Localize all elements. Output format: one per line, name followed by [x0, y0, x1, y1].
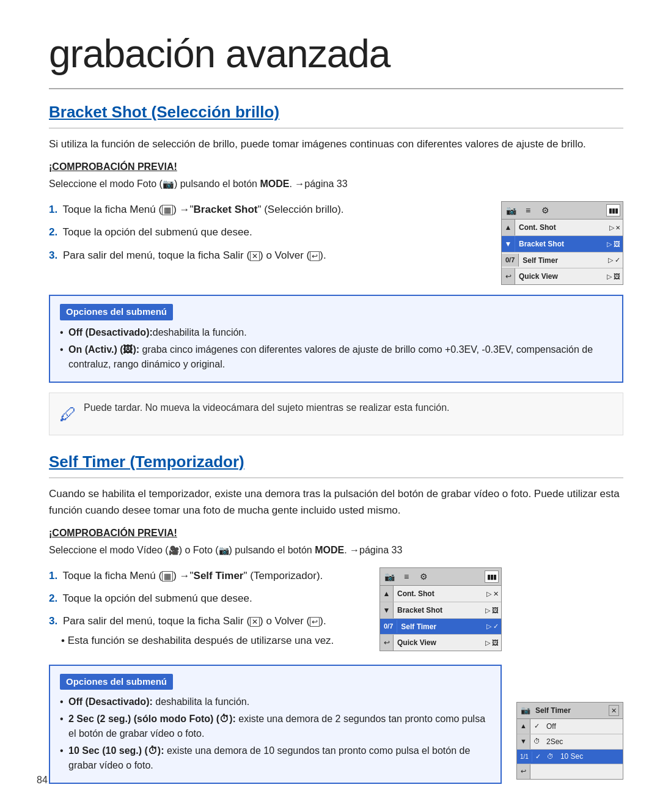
step1-num: 1. [49, 204, 57, 215]
cam-menu3-label-off: Off [543, 721, 623, 732]
cam-menu1-icon-bracket: ▷ 🖼 [601, 239, 623, 249]
step3-num: 3. [49, 249, 57, 261]
cam-menu2-label-quickview: Quick View [394, 637, 479, 648]
cam-menu2-icon-quickview: ▷ 🖼 [479, 638, 501, 648]
cam-menu1-label-contshot: Cont. Shot [515, 222, 601, 233]
section1-steps-and-image: 1. Toque la ficha Menú (▦) →"Bracket Sho… [49, 201, 623, 285]
section2-step1: 1. Toque la ficha Menú (▦) →"Self Timer"… [49, 567, 365, 584]
section2-heading: Self Timer (Temporizador) [49, 450, 623, 478]
cam-menu2-back: ↩ [380, 635, 394, 651]
cam-menu1-label-selftimer: Self Timer [519, 255, 601, 266]
page-number: 84 [37, 773, 48, 788]
cam-menu3-page: 1/1 [517, 751, 532, 762]
cam-menu1-icon-gear: ⚙ [538, 204, 552, 217]
section1-option2: On (Activ.) (🖼): graba cinco imágenes co… [60, 342, 612, 372]
cam-menu3-close: ✕ [609, 705, 619, 717]
section1-camera-menu: 📷 ≡ ⚙ ▮▮▮ ▲ Cont. Shot ▷ ✕ ▼ Bracket Sho… [501, 201, 623, 285]
section1-steps: 1. Toque la ficha Menú (▦) →"Bracket Sho… [49, 201, 486, 285]
section1-options-box: Opciones del submenú Off (Desactivado):d… [49, 295, 623, 383]
section2-option2: 2 Sec (2 seg.) (sólo modo Foto) (⏱): exi… [60, 712, 491, 741]
cam-menu2-page: 0/7 [380, 620, 397, 633]
cam-menu3-label: Self Timer [535, 705, 571, 716]
section1-heading: Bracket Shot (Selección brillo) [49, 100, 623, 128]
section1-option1: Off (Desactivado):deshabilita la función… [60, 325, 612, 340]
cam-menu2-arrow-down: ▼ [380, 602, 394, 618]
cam-menu3-label-2sec: 2Sec [543, 736, 623, 747]
section1-description: Si utiliza la función de selección de br… [49, 136, 623, 152]
cam-menu3-icon-check2: ✓ [532, 751, 544, 762]
section2-options-title: Opciones del submenú [60, 674, 173, 690]
section2-step2: 2. Toque la opción del submenú que desee… [49, 590, 365, 607]
section2-step3: 3. Para salir del menú, toque la ficha S… [49, 613, 365, 648]
cam-menu2-icon-list: ≡ [400, 570, 413, 583]
cam-menu2-icon-bracket: ▷ 🖼 [479, 605, 501, 616]
cam-menu1-icon-selftimer: ▷ ✓ [601, 255, 623, 265]
s2-step2-num: 2. [49, 592, 57, 604]
cam-menu1-top: 📷 ≡ ⚙ ▮▮▮ [502, 202, 623, 220]
section2-comprobacion-text: Seleccione el modo Vídeo (🎥) o Foto (📷) … [49, 543, 623, 558]
cam-menu3-back-icon: ↩ [517, 764, 530, 779]
cam-menu1-row-quickview: ↩ Quick View ▷ 🖼 [502, 268, 623, 284]
cam-menu3-top: 📷 Self Timer ✕ [517, 703, 623, 719]
cam-menu1-label-bracketshot: Bracket Shot [515, 238, 601, 249]
cam-menu1-icon-camera: 📷 [504, 204, 518, 217]
cam-menu3-arrow-down: ▼ [517, 734, 530, 749]
cam-menu1-page: 0/7 [502, 254, 519, 267]
cam-menu2-icon-contshot: ▷ ✕ [479, 589, 501, 599]
cam-menu2-label-selftimer: Self Timer [397, 621, 479, 632]
cam-menu2-battery: ▮▮▮ [485, 570, 499, 583]
cam-menu1-back: ↩ [502, 268, 515, 284]
section2-options-box: Opciones del submenú Off (Desactivado): … [49, 665, 502, 784]
cam-menu1-row-up: ▲ Cont. Shot ▷ ✕ [502, 220, 623, 236]
cam-menu3-icon-check1: ✓ [530, 721, 543, 731]
cam-menu1-arrow-up: ▲ [502, 220, 515, 235]
cam-menu1-icon-quickview: ▷ 🖼 [601, 271, 623, 282]
section1-step1: 1. Toque la ficha Menú (▦) →"Bracket Sho… [49, 201, 486, 218]
section2-steps-row: 1. Toque la ficha Menú (▦) →"Self Timer"… [49, 567, 502, 655]
cam-menu1-label-quickview: Quick View [515, 271, 601, 282]
note-text: Puede tardar. No mueva la videocámara de… [84, 400, 450, 415]
page-title: grabación avanzada [49, 24, 623, 89]
cam-menu1-arrow-down: ▼ [502, 236, 515, 252]
section2-option3: 10 Sec (10 seg.) (⏱): existe una demora … [60, 744, 491, 773]
cam-menu3-row-up: ▲ ✓ Off [517, 719, 623, 734]
cam-menu2-row-contshot: ▲ Cont. Shot ▷ ✕ [380, 586, 501, 602]
cam-menu1-row-bracket: ▼ Bracket Shot ▷ 🖼 [502, 236, 623, 253]
section1-comprobacion-text: Seleccione el modo Foto (📷) pulsando el … [49, 177, 623, 191]
cam-menu1-row-selftimer: 0/7 Self Timer ▷ ✓ [502, 253, 623, 268]
section2-comprobacion-label: ¡COMPROBACIÓN PREVIA! [49, 526, 623, 541]
cam-menu2-label-bracket: Bracket Shot [394, 605, 479, 616]
cam-menu3-icon-timer1: ⏱ [530, 736, 543, 747]
cam-menu2-label-contshot: Cont. Shot [394, 588, 479, 599]
cam-menu3-row-10sec: 1/1 ✓ ⏱ 10 Sec [517, 750, 623, 764]
cam-menu2-arrow-up: ▲ [380, 586, 394, 602]
cam-menu2-row-quickview: ↩ Quick View ▷ 🖼 [380, 635, 501, 651]
s2-step1-num: 1. [49, 570, 57, 581]
section1-comprobacion-label: ¡COMPROBACIÓN PREVIA! [49, 160, 623, 174]
section1-options-title: Opciones del submenú [60, 304, 173, 320]
section-self-timer: Self Timer (Temporizador) Cuando se habi… [49, 450, 623, 794]
section2-description: Cuando se habilita el temporizador, exis… [49, 485, 623, 519]
cam-menu3-arrow-up: ▲ [517, 719, 530, 734]
cam-menu1-icon-list: ≡ [521, 204, 535, 217]
section1-note: 🖊 Puede tardar. No mueva la videocámara … [49, 393, 623, 435]
section2-camera-menu: 📷 ≡ ⚙ ▮▮▮ ▲ Cont. Shot ▷ ✕ ▼ Bracket Sho… [380, 567, 502, 651]
cam-menu3-icon-timer2: ⏱ [544, 751, 557, 762]
section2-steps-and-menus: 1. Toque la ficha Menú (▦) →"Self Timer"… [49, 567, 502, 794]
s2-step3-num: 3. [49, 615, 57, 627]
cam-menu2-icon-gear: ⚙ [417, 570, 430, 583]
cam-menu3-row-2sec: ▼ ⏱ 2Sec [517, 734, 623, 750]
cam-menu2-row-bracket: ▼ Bracket Shot ▷ 🖼 [380, 602, 501, 619]
cam-menu2-icon-selftimer: ▷ ✓ [479, 621, 501, 632]
cam-menu3-camera-icon: 📷 [521, 704, 530, 717]
section-bracket-shot: Bracket Shot (Selección brillo) Si utili… [49, 100, 623, 435]
step2-num: 2. [49, 226, 57, 238]
cam-menu1-icon-contshot: ▷ ✕ [601, 223, 623, 233]
section2-bottom: 1. Toque la ficha Menú (▦) →"Self Timer"… [49, 567, 623, 794]
cam-menu2-row-selftimer: 0/7 Self Timer ▷ ✓ [380, 619, 501, 635]
section1-step2: 2. Toque la opción del submenú que desee… [49, 224, 486, 240]
section2-selftimer-submenu: 📷 Self Timer ✕ ▲ ✓ Off ▼ ⏱ 2Sec 1/1 ✓ ⏱ … [516, 702, 623, 780]
section1-options-list: Off (Desactivado):deshabilita la función… [60, 325, 612, 372]
section2-steps: 1. Toque la ficha Menú (▦) →"Self Timer"… [49, 567, 365, 655]
cam-menu2-top: 📷 ≡ ⚙ ▮▮▮ [380, 568, 501, 586]
